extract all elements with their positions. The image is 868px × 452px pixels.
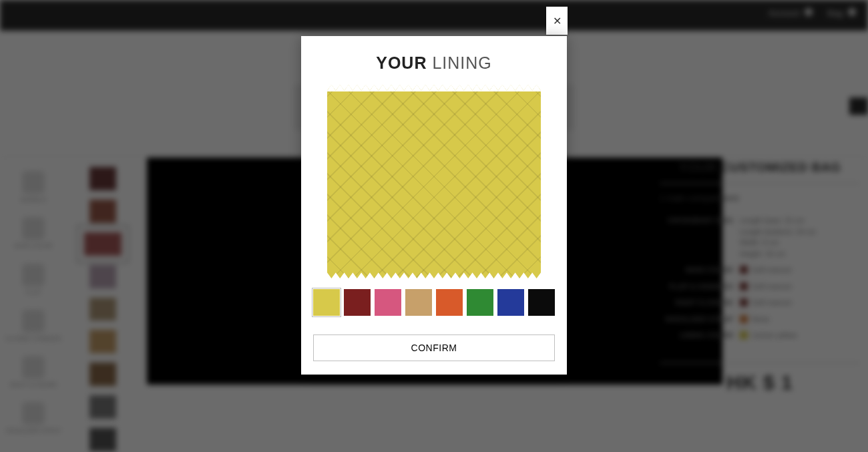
lining-modal: YOUR LINING CONFIRM	[301, 36, 567, 375]
lining-color-green[interactable]	[467, 289, 493, 316]
confirm-button[interactable]: CONFIRM	[313, 334, 555, 361]
lining-color-row	[301, 278, 567, 316]
lining-color-black[interactable]	[528, 289, 555, 316]
lining-color-beige[interactable]	[405, 289, 432, 316]
modal-title: YOUR LINING	[301, 36, 567, 85]
close-button[interactable]: ✕	[546, 7, 568, 35]
lining-color-dark-red[interactable]	[344, 289, 371, 316]
modal-title-bold: YOUR	[376, 53, 427, 72]
lining-color-pink[interactable]	[375, 289, 401, 316]
lining-color-lemon-yellow[interactable]	[313, 289, 340, 316]
close-icon: ✕	[553, 15, 562, 27]
lining-color-orange[interactable]	[436, 289, 463, 316]
modal-title-light: LINING	[432, 53, 491, 72]
lining-color-blue[interactable]	[497, 289, 524, 316]
lining-swatch-preview	[327, 85, 541, 278]
